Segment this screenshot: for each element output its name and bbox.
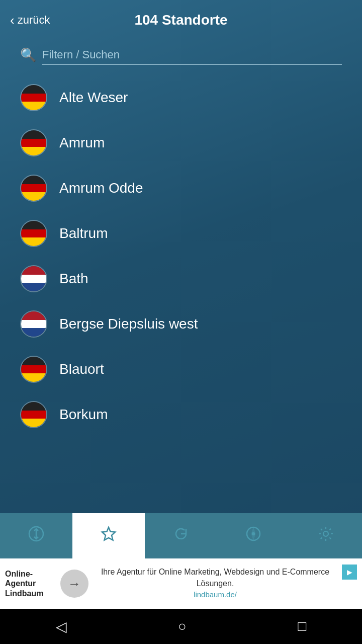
back-label: zurück (18, 14, 50, 27)
list-item[interactable]: Bergse Diepsluis west (10, 301, 352, 347)
svg-point-5 (252, 533, 254, 535)
flag-icon-de (20, 401, 47, 428)
ad-text: Ihre Agentur für Online Marketing, Webde… (94, 567, 337, 600)
list-item[interactable]: Blauort (10, 347, 352, 392)
nav-item-compass[interactable] (217, 513, 290, 558)
flag-icon-de (20, 84, 47, 111)
search-container: 🔍 (0, 40, 362, 75)
bottom-nav (0, 513, 362, 558)
settings-icon (317, 525, 335, 547)
location-name: Baltrum (59, 225, 108, 242)
ad-logo: Online- Agentur Lindbaum (5, 569, 55, 598)
list-item[interactable]: Alte Weser (10, 75, 352, 120)
favorites-icon (100, 525, 118, 547)
location-name: Alte Weser (59, 90, 128, 106)
ad-skip-button[interactable]: ▶ (342, 565, 357, 580)
svg-marker-2 (102, 527, 115, 540)
flag-icon-de (20, 356, 47, 383)
nav-item-settings[interactable] (290, 513, 362, 558)
location-name: Blauort (59, 361, 104, 377)
system-nav: ◁ ○ □ (0, 609, 362, 644)
search-icon: 🔍 (20, 47, 36, 63)
location-name: Bergse Diepsluis west (59, 316, 198, 332)
system-home-button[interactable]: ○ (178, 618, 187, 634)
refresh-icon (172, 525, 190, 547)
nav-item-favorites[interactable] (72, 513, 145, 558)
flag-icon-de (20, 175, 47, 202)
location-name: Amrum Odde (59, 180, 143, 196)
ad-arrow-button[interactable]: → (60, 570, 88, 598)
page-title: 104 Standorte (134, 12, 227, 28)
svg-point-6 (323, 531, 328, 536)
search-input[interactable] (42, 45, 342, 65)
compass-icon (244, 525, 262, 547)
tides-icon (27, 525, 45, 547)
ad-banner[interactable]: Online- Agentur Lindbaum → Ihre Agentur … (0, 558, 362, 609)
flag-icon-de (20, 220, 47, 247)
flag-icon-de (20, 129, 47, 156)
nav-item-tides[interactable] (0, 513, 72, 558)
system-recent-button[interactable]: □ (298, 618, 306, 634)
back-button[interactable]: ‹ zurück (10, 13, 50, 28)
ad-arrow-icon: → (68, 576, 81, 592)
location-name: Amrum (59, 135, 105, 151)
header: ‹ zurück 104 Standorte (0, 0, 362, 40)
list-item[interactable]: Baltrum (10, 211, 352, 256)
location-list: Alte WeserAmrumAmrum OddeBaltrumBathBerg… (0, 75, 362, 513)
back-arrow-icon: ‹ (10, 13, 15, 28)
location-name: Bath (59, 271, 88, 287)
ad-company-name: Online- (5, 569, 55, 579)
ad-skip-icon: ▶ (347, 568, 352, 576)
list-item[interactable]: Amrum (10, 120, 352, 166)
flag-icon-nl (20, 265, 47, 292)
location-name: Borkum (59, 407, 108, 423)
system-back-button[interactable]: ◁ (56, 618, 67, 635)
ad-link[interactable]: lindbaum.de/ (194, 590, 237, 599)
nav-item-refresh[interactable] (145, 513, 217, 558)
flag-icon-nl (20, 310, 47, 338)
list-item[interactable]: Amrum Odde (10, 166, 352, 211)
list-item[interactable]: Borkum (10, 392, 352, 437)
list-item[interactable]: Bath (10, 256, 352, 301)
